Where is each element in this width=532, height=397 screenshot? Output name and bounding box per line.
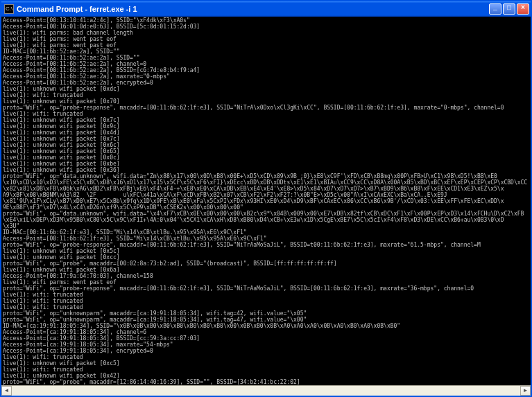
scroll-left-arrow[interactable]: ◄ — [1, 386, 12, 396]
maximize-button[interactable]: □ — [503, 3, 515, 15]
console-line: ID-MAC=[00:11:6b:62:1f:e3], SSID="Mi\x14… — [3, 229, 529, 236]
console-line: live(1): wifi: truncated — [3, 298, 529, 304]
console-line: live(1): wifi parms: went past eof — [3, 42, 529, 48]
console-line: live(1): unknown wifi packet [0x65] — [3, 148, 529, 155]
console-line: Access-Point=[ca:19:91:18:05:34], BSSID=… — [3, 335, 529, 342]
console-line: live(1): wifi: truncated — [3, 304, 529, 310]
console-line: Access-Point=[00:11:6b:52:ae:2a], BSSID=… — [3, 67, 529, 73]
console-line: Access-Point=[ca:19:91:18:05:34], channe… — [3, 329, 529, 335]
console-line: live(1): wifi: truncated — [3, 367, 529, 373]
console-line: live(1): unknown wifi packet [0x5c] — [3, 248, 529, 254]
console-line: live(1): unknown wifi packet [0x42] — [3, 373, 529, 379]
console-line: live(1): unknown wifi packet [0xdc] — [3, 86, 529, 92]
console-line: ID-MAC=[00:11:6b:52:ae:2a], SSID="" — [3, 48, 529, 55]
console-line: live(1): unknown wifi packet [0x7c] — [3, 136, 529, 142]
console-line: proto="WiFi", op="probe", macaddr=[00:02… — [3, 261, 529, 267]
console-line: Access-Point=[00:16:01:0d:e0:63], BSSID=… — [3, 24, 529, 30]
console-line: live(1): unknown wifi packet [0x7c] — [3, 117, 529, 123]
console-line: live(1): unknown wifi packet [0x6a] — [3, 267, 529, 273]
console-line: A9\xBF\x08\xB0NM\xA3\82 \2F u\xFC\x41a\x… — [3, 192, 529, 198]
console-line: live(1): wifi: truncated — [3, 111, 529, 117]
console-line: live(1): unknown wifi packet [0x70] — [3, 98, 529, 105]
console-line: proto="WiFi", op="probe-response", macad… — [3, 285, 529, 292]
console-line: \x3U" — [3, 223, 529, 229]
window-buttons: _ □ × — [489, 3, 529, 15]
minimize-button[interactable]: _ — [489, 3, 501, 15]
console-output[interactable]: Access-Point=[00:13:10:41:a2:4c], SSID="… — [1, 17, 531, 385]
console-line: Access-Point=[00:11:6b:52:ae:2a], channe… — [3, 61, 529, 67]
console-line: Access-Point=[00:13:10:41:a2:4c], SSID="… — [3, 17, 529, 24]
console-line: live(1): unknown wifi packet [0x36] — [3, 167, 529, 173]
console-line: Access-Point=[00:11:6b:62:1f:e3], SSID="… — [3, 236, 529, 242]
console-line: live(1): wifi: truncated — [3, 292, 529, 298]
console-line: live(1): wifi: truncated — [3, 354, 529, 360]
console-line: live(1): unknown wifi packet [0x6c] — [3, 142, 529, 148]
console-line: Access-Point=[00:11:6b:52:ae:2a], SSID="… — [3, 55, 529, 61]
console-line: live(1): wifi parms: bad channel length — [3, 30, 529, 36]
command-prompt-window: C:\ Command Prompt - ferret.exe -i 1 _ □… — [0, 0, 532, 397]
console-line: live(1): wifi parms: went past eof — [3, 36, 529, 42]
console-line: ID-MAC=[ca:19:91:18:05:34], SSID="\x0B\x… — [3, 323, 529, 329]
scroll-track[interactable] — [12, 386, 520, 396]
horizontal-scrollbar[interactable]: ◄ ► — [1, 385, 531, 396]
console-line: \xE4\xiL\xDEP\xD3M\x95B0\xC80\x5C\x9C\xF… — [3, 217, 529, 223]
console-line: 9E\xB8F\xF3^\xD7\x4L\xC4\xD26n\xf9\x5C\x… — [3, 204, 529, 211]
console-line: live(1): unknown wifi packet [0x9c] — [3, 123, 529, 130]
console-line: proto="WiFi", op="probe-response", macad… — [3, 242, 529, 248]
cmd-icon: C:\ — [4, 4, 14, 14]
console-line: live(1): unknown wifi packet [0xc5] — [3, 360, 529, 367]
console-line: live(1): wifi: truncated — [3, 92, 529, 98]
console-line: Access-Point=[00:17:9a:64:70:03], channe… — [3, 273, 529, 279]
console-line: Access-Point=[00:11:6b:52:ae:2a], maxrat… — [3, 73, 529, 80]
console-line: live(1): wifi parms: went past eof — [3, 279, 529, 285]
console-line: proto="WiFi", op="data.unknown", wifi.da… — [3, 173, 529, 179]
console-line: \x82\x81\xDB\xFB\x06k\xAG\xBD2\xFB\xFBj\… — [3, 186, 529, 192]
titlebar[interactable]: C:\ Command Prompt - ferret.exe -i 1 _ □… — [1, 1, 531, 17]
console-line: live(1): unknown wifi packet [0x0c] — [3, 155, 529, 161]
console-line: live(1): unknown wifi packet [0xbe] — [3, 161, 529, 167]
window-title: Command Prompt - ferret.exe -i 1 — [17, 5, 489, 13]
console-line: proto="WiFi", op="unknownparm", macaddr=… — [3, 317, 529, 323]
console-line: proto="WiFi", op="unknownparm", macaddr=… — [3, 310, 529, 317]
console-line: live(1): unknown wifi packet [0xcc] — [3, 254, 529, 261]
console-line: Access-Point=[00:11:6b:52:ae:2a], encryp… — [3, 80, 529, 86]
scroll-right-arrow[interactable]: ► — [520, 386, 531, 396]
console-line: proto="WiFi", op="probe", macaddr=[12:86… — [3, 379, 529, 385]
console-line: Access-Point=[ca:19:91:18:05:34], encryp… — [3, 348, 529, 354]
close-button[interactable]: × — [517, 3, 529, 15]
console-line: \x81'9U\x1F\xCLy\xB7\xD0\xE7\x5CxBb\x9fg… — [3, 198, 529, 204]
console-line: proto="WiFi", op="data.unknown", wifi.da… — [3, 211, 529, 217]
console-line: live(1): unknown wifi packet [0x4d] — [3, 130, 529, 136]
console-line: Access-Point=[ca:19:91:18:05:34], maxrat… — [3, 342, 529, 348]
console-line: \x10\xCD\x10\xD3\xFE\x5C\xBC\xD8\x16\xD1… — [3, 179, 529, 186]
console-line: proto="WiFi", op="probe-response", macad… — [3, 105, 529, 111]
